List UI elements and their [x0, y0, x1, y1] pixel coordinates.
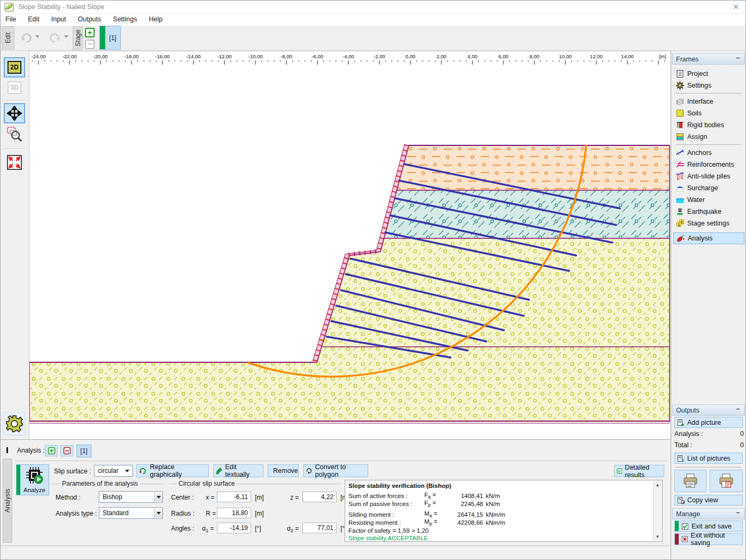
stage-add-button[interactable]: + — [85, 28, 95, 37]
analysis-tab-1[interactable]: [1] — [76, 445, 91, 457]
frame-item-surcharge[interactable]: Surcharge — [673, 182, 744, 194]
add-picture-button[interactable]: Add picture — [674, 417, 743, 428]
stage-remove-button[interactable]: − — [85, 40, 95, 49]
convert-to-polygon-button[interactable]: Convert to polygon — [303, 464, 368, 477]
tool-separator — [3, 148, 26, 149]
fit-to-view-button[interactable] — [4, 152, 25, 173]
detailed-results-button[interactable]: Detailed results — [614, 465, 664, 477]
verdict-line: Slope stability ACCEPTABLE — [348, 535, 652, 543]
alpha1-input[interactable]: -14,19 — [217, 523, 251, 533]
menu-settings[interactable]: Settings — [107, 14, 143, 26]
chevron-down-icon — [125, 470, 129, 472]
radius-input[interactable]: 18,80 — [217, 508, 251, 518]
view-3d-button[interactable]: 3D — [4, 77, 25, 98]
svg-text:8,00: 8,00 — [530, 53, 540, 59]
menu-outputs[interactable]: Outputs — [72, 14, 107, 26]
pan-tool-button[interactable] — [4, 103, 25, 123]
center-z-input[interactable]: 4,22 — [302, 492, 337, 502]
analysis-type-select[interactable]: Standard — [99, 507, 163, 519]
frame-item-anti-slide-piles[interactable]: Anti-slide piles — [673, 170, 744, 182]
stage-settings-icon: 21 — [675, 219, 685, 228]
slope-drawing[interactable]: -24,00-22,00-20,00-18,00-16,00-14,00-12,… — [29, 51, 670, 439]
frame-item-assign[interactable]: Assign — [673, 131, 744, 143]
svg-text:12,00: 12,00 — [590, 53, 603, 59]
svg-text:-8,00: -8,00 — [281, 53, 292, 59]
edit-toolbar-tab[interactable]: Edit — [2, 26, 14, 50]
stage-tab-1[interactable]: [1] — [99, 26, 121, 50]
svg-text:-16,00: -16,00 — [156, 53, 170, 59]
menu-help[interactable]: Help — [143, 14, 168, 26]
combo-arrow-button[interactable] — [154, 492, 162, 502]
soil-layer-orange — [397, 145, 670, 190]
scroll-up-icon[interactable]: ▲ — [654, 481, 662, 489]
view-2d-button[interactable]: 2D — [4, 57, 25, 77]
frame-item-stage-settings[interactable]: 21 Stage settings — [673, 217, 744, 229]
chevron-down-icon — [157, 512, 161, 515]
reinforcements-icon — [675, 160, 685, 169]
copy-view-button[interactable]: Copy view — [674, 495, 743, 505]
undo-button[interactable] — [18, 30, 34, 46]
frame-item-soils[interactable]: Soils — [673, 107, 744, 119]
menu-input[interactable]: Input — [45, 14, 72, 26]
menu-edit[interactable]: Edit — [22, 14, 45, 26]
analysis-icon — [676, 234, 685, 243]
visualization-settings-button[interactable] — [4, 412, 25, 435]
save-check-icon — [681, 523, 689, 530]
analyze-active-bar — [17, 465, 20, 495]
analysis-remove-button[interactable] — [60, 445, 73, 456]
scroll-down-icon[interactable]: ▼ — [654, 533, 662, 541]
frame-item-rigid-bodies[interactable]: Rigid bodies — [673, 119, 744, 131]
redo-button[interactable] — [47, 30, 63, 46]
analysis-add-button[interactable] — [45, 445, 58, 456]
frame-item-analysis[interactable]: Analysis — [673, 232, 744, 244]
factor-of-safety-line: Factor of safety = 1,59 > 1,20 — [348, 526, 652, 535]
center-x-input[interactable]: -6,11 — [217, 492, 251, 502]
drawing-canvas[interactable]: -24,00-22,00-20,00-18,00-16,00-14,00-12,… — [29, 51, 670, 439]
alpha2-input[interactable]: 77,01 — [302, 523, 337, 533]
frame-item-water[interactable]: Water — [673, 194, 744, 206]
combo-arrow-button[interactable] — [154, 508, 162, 518]
list-of-pictures-button[interactable]: List of pictures — [674, 453, 743, 464]
edit-textually-button[interactable]: Edit textually — [213, 464, 263, 477]
window-title: Slope Stability - Nailed Slope — [18, 3, 104, 11]
outputs-separator — [675, 467, 742, 468]
menu-file[interactable]: File — [4, 14, 22, 26]
right-panel: Frames – Project Settings Interface Soil… — [671, 51, 746, 560]
interface-icon — [675, 97, 685, 106]
fit-to-view-icon — [7, 155, 22, 170]
exit-save-green-bar — [675, 521, 679, 531]
frame-item-earthquake[interactable]: Earthquake — [673, 206, 744, 217]
replace-graphically-button[interactable]: Replace graphically — [136, 464, 209, 477]
frame-item-project[interactable]: Project — [673, 68, 744, 80]
assign-icon — [675, 133, 685, 141]
method-select[interactable]: Bishop — [99, 491, 163, 503]
frames-panel-header: Frames – — [672, 53, 745, 65]
remove-button[interactable]: Remove — [268, 464, 299, 477]
add-analysis-icon — [48, 447, 56, 455]
angles-label: Angles : — [171, 525, 194, 532]
exit-and-save-button[interactable]: Exit and save — [674, 520, 743, 532]
outputs-minimize-button[interactable]: – — [734, 406, 742, 414]
redo-dropdown-arrow[interactable] — [64, 35, 68, 38]
app-icon — [4, 3, 14, 12]
exit-without-saving-button[interactable]: Exit without saving — [674, 533, 743, 545]
frame-item-interface[interactable]: Interface — [673, 96, 744, 107]
close-button[interactable]: ✕ — [729, 2, 743, 12]
frame-item-settings[interactable]: Settings — [673, 80, 744, 91]
status-strip — [0, 546, 670, 560]
analysis-side-tab[interactable]: Analysis — [3, 458, 12, 543]
frame-item-anchors[interactable]: Anchors — [673, 147, 744, 159]
print-detailed-button[interactable] — [710, 470, 743, 492]
frame-item-reinforcements[interactable]: Reinforcements — [673, 159, 744, 170]
panel-grip[interactable] — [6, 447, 8, 453]
analyze-button[interactable]: Analyze — [16, 464, 49, 495]
print-button[interactable] — [674, 470, 706, 492]
zoom-window-button[interactable] — [4, 124, 25, 144]
manage-minimize-button[interactable]: – — [734, 510, 742, 517]
radius-label: Radius : — [171, 510, 195, 517]
slip-surface-select[interactable]: circular — [94, 465, 133, 477]
undo-dropdown-arrow[interactable] — [35, 35, 40, 38]
analysis-type-label: Analysis type : — [56, 510, 97, 517]
frames-minimize-button[interactable]: – — [734, 55, 742, 63]
results-scrollbar[interactable]: ▲ ▼ — [653, 481, 662, 541]
